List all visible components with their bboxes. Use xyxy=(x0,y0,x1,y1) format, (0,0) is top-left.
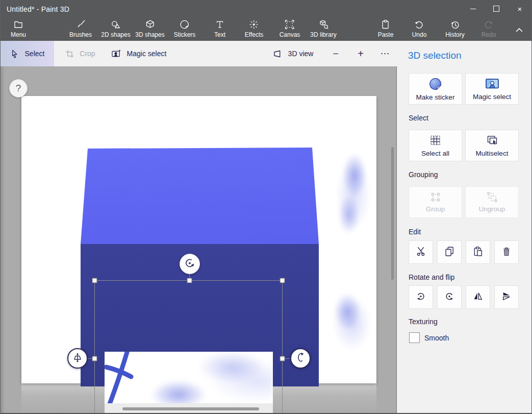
ribbon-label: Stickers xyxy=(174,31,196,38)
flip-vertical-button[interactable] xyxy=(494,285,519,309)
flip-vertical-icon xyxy=(501,291,512,303)
ribbon-item-3d-shapes[interactable]: 3D shapes xyxy=(135,19,164,38)
effects-sun-icon xyxy=(248,19,260,30)
magic-select-image-icon xyxy=(485,77,499,90)
ribbon-item-2d-shapes[interactable]: 2D shapes xyxy=(101,19,130,38)
rotate-left-button[interactable] xyxy=(409,285,433,309)
text-icon xyxy=(214,19,225,30)
minus-icon: − xyxy=(333,48,339,60)
panel-title: 3D selection xyxy=(408,50,462,61)
horizontal-scrollbar-thumb[interactable] xyxy=(122,407,259,410)
ungroup-label: Ungroup xyxy=(479,205,505,213)
minimize-button[interactable] xyxy=(461,0,485,17)
ribbon-item-text[interactable]: Text xyxy=(214,19,225,38)
magic-select-tool-label: Magic select xyxy=(127,50,167,58)
3d-object-top-face[interactable] xyxy=(81,148,319,244)
rotate-left-icon xyxy=(416,291,426,303)
group-button: Group xyxy=(409,186,462,218)
3d-view-button[interactable]: 3D view xyxy=(267,41,318,66)
smooth-checkbox[interactable] xyxy=(409,332,420,343)
flip-horizontal-button[interactable] xyxy=(466,285,490,309)
ribbon-item-undo[interactable]: Undo xyxy=(412,19,427,38)
ribbon-item-paste[interactable]: Paste xyxy=(378,19,394,38)
ribbon-label: Text xyxy=(214,31,225,38)
rotate-icon xyxy=(184,257,196,271)
section-label-rotate-flip: Rotate and flip xyxy=(409,273,454,281)
ribbon-item-canvas[interactable]: Canvas xyxy=(280,19,300,38)
ribbon-label: Canvas xyxy=(280,31,300,38)
collapse-ribbon-button[interactable] xyxy=(514,25,525,38)
select-all-label: Select all xyxy=(421,150,449,157)
trash-icon xyxy=(501,246,512,258)
ribbon-label: 3D library xyxy=(310,31,336,38)
close-icon: × xyxy=(518,5,522,13)
cube-icon xyxy=(144,19,156,30)
plus-icon: + xyxy=(358,48,364,60)
depth-handle[interactable] xyxy=(67,348,88,369)
multiselect-button[interactable]: Multiselect xyxy=(465,130,519,161)
crop-tool-label: Crop xyxy=(80,50,95,58)
cut-button[interactable] xyxy=(409,240,433,264)
ungroup-button: Ungroup xyxy=(465,186,519,218)
maximize-button[interactable] xyxy=(485,0,508,17)
cursor-arrow-icon xyxy=(10,49,19,59)
titlebar[interactable]: Untitled* - Paint 3D × xyxy=(0,0,532,18)
ribbon-label-menu: Menu xyxy=(11,31,26,38)
see-more-button[interactable]: ⋯ xyxy=(376,41,394,66)
ribbon-item-brushes[interactable]: Brushes xyxy=(69,19,92,38)
zoom-in-button[interactable]: + xyxy=(351,41,370,66)
minimize-icon xyxy=(470,9,476,9)
section-label-texturing: Texturing xyxy=(409,318,438,326)
ribbon-label-2d: Brushes xyxy=(69,31,92,38)
ribbon-item-history[interactable]: History xyxy=(445,19,464,38)
section-label-edit: Edit xyxy=(409,228,421,236)
ellipsis-icon: ⋯ xyxy=(381,48,390,59)
magic-select-label: Magic select xyxy=(473,93,511,101)
3d-view-label: 3D view xyxy=(288,50,314,58)
brush-icon xyxy=(75,19,86,30)
select-tool-label: Select xyxy=(25,50,45,58)
rotate-right-button[interactable] xyxy=(437,285,462,309)
select-all-grid-icon xyxy=(429,134,442,147)
rotate-z-handle[interactable] xyxy=(180,254,200,274)
make-sticker-button[interactable]: Make sticker xyxy=(409,73,462,105)
chevron-up-icon xyxy=(514,29,525,37)
crop-icon xyxy=(65,49,74,58)
workspace-left-shade xyxy=(0,66,5,414)
select-tool-button[interactable]: Select xyxy=(0,41,54,66)
close-button[interactable]: × xyxy=(508,0,531,17)
help-button[interactable]: ? xyxy=(9,79,28,98)
group-icon xyxy=(430,191,441,203)
ribbon-item-stickers[interactable]: Stickers xyxy=(174,19,196,38)
cube-search-icon xyxy=(318,19,329,30)
rotate-y-handle[interactable] xyxy=(290,348,311,369)
ungroup-icon xyxy=(487,191,498,203)
canvas-frame-icon xyxy=(284,19,295,30)
redo-icon xyxy=(483,19,494,30)
copy-icon xyxy=(444,246,454,258)
magic-select-button[interactable]: Magic select xyxy=(465,73,519,105)
scissors-icon xyxy=(416,246,426,258)
undo-icon xyxy=(414,19,425,30)
delete-button[interactable] xyxy=(494,240,519,264)
copy-button[interactable] xyxy=(437,240,462,264)
ribbon-item-effects[interactable]: Effects xyxy=(245,19,263,38)
ribbon-item-menu[interactable]: Menu xyxy=(11,19,26,38)
flip-horizontal-icon xyxy=(473,291,483,303)
rotate-y-icon xyxy=(295,352,306,365)
ribbon-label: 2D shapes xyxy=(101,31,130,38)
zoom-out-button[interactable]: − xyxy=(326,41,345,66)
rotate-right-icon xyxy=(444,291,454,303)
menu-folder-icon xyxy=(13,19,24,30)
paste-button[interactable] xyxy=(466,240,490,264)
section-label-select: Select xyxy=(409,114,428,122)
magic-select-tool-button[interactable]: Magic select xyxy=(105,41,172,66)
multiselect-label: Multiselect xyxy=(476,150,509,157)
vertical-scrollbar-thumb[interactable] xyxy=(391,147,394,280)
ribbon-label: Redo xyxy=(482,31,496,38)
group-label: Group xyxy=(426,205,445,213)
ribbon-item-3d-library[interactable]: 3D library xyxy=(310,19,336,38)
select-all-button[interactable]: Select all xyxy=(409,130,462,161)
maximize-icon xyxy=(493,6,499,12)
3d-selection-panel: 3D selection Make sticker Magic select S… xyxy=(397,41,532,414)
